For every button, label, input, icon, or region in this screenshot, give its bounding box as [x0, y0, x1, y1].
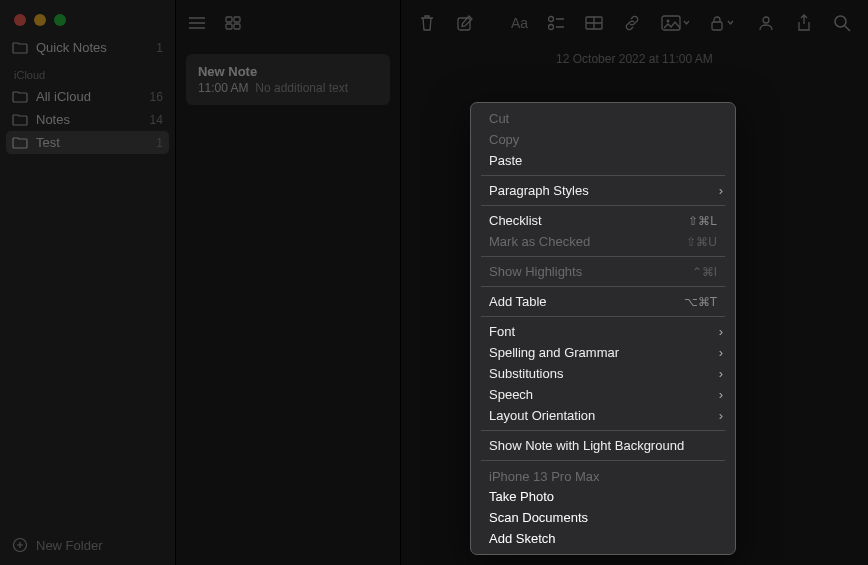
menu-item-speech[interactable]: Speech› — [471, 384, 735, 405]
menu-item-substitutions[interactable]: Substitutions› — [471, 363, 735, 384]
menu-item-layout-orientation[interactable]: Layout Orientation› — [471, 405, 735, 426]
close-window-button[interactable] — [14, 14, 26, 26]
new-folder-label: New Folder — [36, 538, 102, 553]
sidebar-item-all-icloud[interactable]: All iCloud 16 — [0, 85, 175, 108]
folder-icon — [12, 90, 28, 104]
window-controls — [0, 0, 175, 36]
sidebar-item-label: Quick Notes — [36, 40, 156, 55]
menu-item-spelling[interactable]: Spelling and Grammar› — [471, 342, 735, 363]
sidebar-item-label: Notes — [36, 112, 150, 127]
menu-separator — [481, 256, 725, 257]
svg-point-13 — [835, 16, 846, 27]
chevron-right-icon: › — [719, 345, 723, 360]
menu-item-cut: Cut — [471, 108, 735, 129]
note-card[interactable]: New Note 11:00 AM No additional text — [186, 54, 390, 105]
folder-icon — [12, 113, 28, 127]
chevron-right-icon: › — [719, 366, 723, 381]
menu-separator — [481, 175, 725, 176]
menu-item-show-highlights: Show Highlights⌃⌘I — [471, 261, 735, 282]
table-icon[interactable] — [584, 13, 604, 33]
notelist-toolbar — [176, 0, 400, 46]
menu-item-paragraph-styles[interactable]: Paragraph Styles› — [471, 180, 735, 201]
context-menu: Cut Copy Paste Paragraph Styles› Checkli… — [470, 102, 736, 555]
chevron-right-icon: › — [719, 324, 723, 339]
collaborate-icon[interactable] — [756, 13, 776, 33]
svg-rect-5 — [458, 18, 470, 30]
menu-item-mark-checked: Mark as Checked⇧⌘U — [471, 231, 735, 252]
checklist-icon[interactable] — [546, 13, 566, 33]
fullscreen-window-button[interactable] — [54, 14, 66, 26]
menu-separator — [481, 430, 725, 431]
sidebar-item-count: 1 — [156, 136, 163, 150]
chevron-right-icon: › — [719, 387, 723, 402]
folder-icon — [12, 41, 28, 55]
sidebar-item-test[interactable]: Test 1 — [6, 131, 169, 154]
menu-separator — [481, 316, 725, 317]
note-time: 11:00 AM — [198, 81, 249, 95]
svg-point-6 — [549, 17, 554, 22]
sidebar-item-label: All iCloud — [36, 89, 150, 104]
svg-rect-1 — [226, 17, 232, 22]
menu-separator — [481, 286, 725, 287]
chevron-right-icon: › — [719, 183, 723, 198]
note-preview: No additional text — [255, 81, 348, 95]
sidebar-item-count: 1 — [156, 41, 163, 55]
note-title: New Note — [198, 64, 378, 79]
sidebar-item-count: 14 — [150, 113, 163, 127]
svg-rect-11 — [712, 22, 722, 30]
svg-rect-2 — [234, 17, 240, 22]
sidebar-item-quick-notes[interactable]: Quick Notes 1 — [0, 36, 175, 59]
menu-item-copy: Copy — [471, 129, 735, 150]
sidebar: Quick Notes 1 iCloud All iCloud 16 Notes… — [0, 0, 176, 565]
minimize-window-button[interactable] — [34, 14, 46, 26]
menu-item-add-sketch[interactable]: Add Sketch — [471, 528, 735, 549]
sidebar-section-header: iCloud — [0, 59, 175, 85]
menu-separator — [481, 460, 725, 461]
menu-item-checklist[interactable]: Checklist⇧⌘L — [471, 210, 735, 231]
menu-item-paste[interactable]: Paste — [471, 150, 735, 171]
format-button[interactable]: Aa — [511, 13, 528, 33]
editor-toolbar: Aa — [401, 0, 868, 46]
note-list-pane: New Note 11:00 AM No additional text — [176, 0, 401, 565]
menu-item-take-photo[interactable]: Take Photo — [471, 486, 735, 507]
sidebar-item-count: 16 — [150, 90, 163, 104]
chevron-right-icon: › — [719, 408, 723, 423]
svg-point-12 — [763, 17, 769, 23]
new-folder-button[interactable]: New Folder — [0, 525, 175, 565]
gallery-view-icon[interactable] — [222, 12, 244, 34]
search-icon[interactable] — [832, 13, 852, 33]
svg-rect-4 — [234, 24, 240, 29]
menu-item-light-background[interactable]: Show Note with Light Background — [471, 435, 735, 456]
note-date-line: 12 October 2022 at 11:00 AM — [401, 52, 868, 66]
list-view-icon[interactable] — [186, 12, 208, 34]
media-icon[interactable] — [660, 13, 690, 33]
menu-item-font[interactable]: Font› — [471, 321, 735, 342]
folder-icon — [12, 136, 28, 150]
note-subtitle: 11:00 AM No additional text — [198, 81, 378, 95]
svg-point-10 — [667, 20, 670, 23]
svg-point-7 — [549, 25, 554, 30]
compose-icon[interactable] — [455, 13, 475, 33]
delete-icon[interactable] — [417, 13, 437, 33]
sidebar-item-label: Test — [36, 135, 156, 150]
lock-icon[interactable] — [708, 13, 738, 33]
sidebar-item-notes[interactable]: Notes 14 — [0, 108, 175, 131]
link-icon[interactable] — [622, 13, 642, 33]
menu-device-header: iPhone 13 Pro Max — [471, 465, 735, 486]
share-icon[interactable] — [794, 13, 814, 33]
svg-rect-3 — [226, 24, 232, 29]
menu-separator — [481, 205, 725, 206]
menu-item-scan-documents[interactable]: Scan Documents — [471, 507, 735, 528]
menu-item-add-table[interactable]: Add Table⌥⌘T — [471, 291, 735, 312]
